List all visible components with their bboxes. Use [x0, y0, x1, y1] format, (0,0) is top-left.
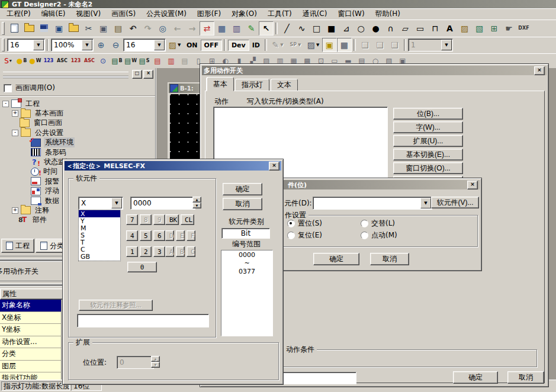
hand-icon[interactable]: ☛ [502, 21, 516, 36]
tree-expander[interactable]: + [12, 207, 18, 214]
arc-icon[interactable]: ∩ [383, 21, 398, 36]
keypad-key-1[interactable]: 1 [126, 246, 138, 257]
keypad-key-bk[interactable]: BK [165, 214, 179, 225]
device-type-option[interactable]: S [79, 232, 120, 239]
tab-text[interactable]: 文本 [271, 79, 298, 91]
device-view-toggle[interactable]: ▣ [322, 38, 337, 52]
menu-item[interactable]: 帮助(H) [370, 8, 406, 20]
comment-word-icon[interactable]: ▤W [124, 54, 137, 68]
extend-button[interactable]: 扩展(U)... [393, 135, 463, 147]
device-select-button[interactable]: 软元件(V)... [431, 197, 479, 208]
screen-property-icon[interactable]: ▣ [52, 21, 66, 36]
bring-front-button[interactable]: ❏ [358, 38, 372, 52]
back-icon[interactable]: ← [170, 21, 185, 36]
bit-lamp-icon[interactable]: ●B [15, 54, 28, 68]
keypad-key-2[interactable]: 2 [140, 246, 152, 257]
tree-item[interactable]: - 公共设置 [0, 128, 155, 137]
menu-item[interactable]: 编辑(E) [36, 8, 71, 20]
panel-drag-handle[interactable] [3, 72, 128, 76]
panel-maximize-button[interactable]: □ [132, 70, 142, 79]
radio-reset[interactable]: 复位(E) [287, 230, 322, 240]
spinner-down-icon[interactable]: ▼ [192, 203, 201, 208]
scale-icon[interactable]: ▭ [413, 21, 428, 36]
layer-combo[interactable]: 1▼ [408, 38, 453, 52]
toolbar-grip[interactable] [2, 38, 5, 52]
open-project-icon[interactable] [22, 21, 37, 36]
dialog-title-bar[interactable]: ＜指定:位＞ MELSEC-FX × [65, 161, 281, 171]
polygon-icon[interactable]: ⊿ [339, 21, 353, 36]
close-icon[interactable]: × [269, 162, 279, 171]
keypad-key-e[interactable]: E [176, 230, 185, 241]
spinner-up-icon[interactable]: ▲ [192, 197, 201, 203]
save-project-icon[interactable] [37, 21, 52, 36]
property-row[interactable]: X坐标 [0, 312, 62, 324]
spinner-down-icon[interactable]: ▼ [151, 362, 160, 368]
ascii-input-icon[interactable]: ASC [83, 54, 97, 68]
device-number-input[interactable]: 0000 [130, 197, 195, 210]
device-type-combo[interactable]: X▼ [78, 197, 123, 210]
property-row[interactable]: Y坐标 [0, 324, 62, 336]
tree-expander[interactable]: - [2, 101, 9, 107]
pen-icon[interactable]: ✎ [244, 21, 259, 36]
tab-lamp[interactable]: 指示灯 [235, 79, 269, 91]
sp-button[interactable]: SP▼ [287, 38, 304, 52]
ok-button[interactable]: 确定 [313, 253, 359, 265]
tree-item[interactable]: 条形码 [0, 147, 155, 157]
toolbar-grip[interactable] [2, 22, 5, 35]
group-button[interactable]: ❏ [387, 38, 402, 52]
device-type-option[interactable]: M [79, 224, 120, 232]
keypad-key-d[interactable]: D [165, 230, 174, 241]
radio-alternate[interactable]: 交替(L) [361, 219, 395, 229]
device-type-list[interactable]: XYMSTCGB [78, 210, 121, 261]
sector-icon[interactable]: ▱ [398, 21, 413, 36]
select-pointer-icon[interactable]: ↖ [259, 21, 274, 36]
menu-item[interactable]: 公共设置(M) [141, 8, 192, 20]
comment-simple-icon[interactable]: ▤S [137, 54, 151, 68]
property-row[interactable]: 动作设置... [0, 336, 62, 349]
keypad-key-a[interactable]: A [165, 246, 174, 257]
spinner-up-icon[interactable]: ▲ [151, 356, 160, 362]
device-combo[interactable]: ▼ [313, 197, 432, 210]
keypad-key-5[interactable]: 5 [140, 230, 152, 241]
property-row[interactable]: 分类 [0, 348, 62, 361]
tab-project[interactable]: 工程 [1, 239, 34, 253]
dxf-icon[interactable]: DXF [516, 21, 531, 36]
device-type-option[interactable]: T [79, 239, 120, 246]
new-screen-icon[interactable] [7, 21, 22, 36]
screen-image-list-icon[interactable]: ▥ [229, 21, 244, 36]
screen-call-checkbox[interactable] [4, 84, 12, 92]
cancel-button[interactable]: 取消 [370, 253, 409, 265]
keypad-key-9[interactable]: 9 [153, 214, 165, 225]
screen-capture-icon[interactable]: ⊞ [487, 21, 502, 36]
menu-item[interactable]: 对象(O) [226, 8, 262, 20]
send-back-button[interactable]: ❏ [372, 38, 387, 52]
alarm-list-icon[interactable]: ▥ [165, 54, 178, 68]
device-number-spinner[interactable]: ▲▼ [192, 197, 201, 208]
font-size-combo[interactable]: 16▼ [7, 38, 45, 52]
menu-item[interactable]: 画面(S) [106, 8, 141, 20]
menu-item[interactable]: 窗口(W) [332, 8, 369, 20]
property-row[interactable]: 对象名称 [0, 300, 62, 312]
bit-position-field[interactable]: 0 [117, 356, 154, 369]
recipe-icon[interactable]: ▤ [178, 54, 192, 68]
switch-menu-icon[interactable]: S▾ [1, 54, 15, 68]
word-lamp-icon[interactable]: ●W [28, 54, 42, 68]
numeric-input-icon[interactable]: 123 [69, 54, 83, 68]
close-icon[interactable]: × [467, 181, 478, 189]
word-button[interactable]: 字(W)... [393, 121, 463, 133]
chevron-down-icon[interactable]: ▼ [420, 198, 431, 208]
screen-list-icon[interactable]: ▦ [214, 21, 229, 36]
rect-icon[interactable]: □ [309, 21, 324, 36]
tree-item[interactable]: + 基本画面 [0, 108, 155, 118]
text-icon[interactable]: A [442, 21, 457, 36]
alarm-history-icon[interactable]: ▤ [151, 54, 165, 68]
keypad-key-6[interactable]: 6 [153, 230, 165, 241]
keypad-key-8[interactable]: 8 [140, 214, 152, 225]
circle-icon[interactable]: ○ [353, 21, 368, 36]
keypad-key-0[interactable]: 0 [127, 262, 157, 272]
object-list-toggle[interactable]: ▦ [337, 38, 352, 52]
zoom-in-icon[interactable]: ⊕ [94, 38, 108, 52]
property-row[interactable]: 图层 [0, 361, 62, 373]
preview-icon[interactable]: ◎ [155, 21, 170, 36]
menu-item[interactable]: 图形(F) [192, 8, 226, 20]
